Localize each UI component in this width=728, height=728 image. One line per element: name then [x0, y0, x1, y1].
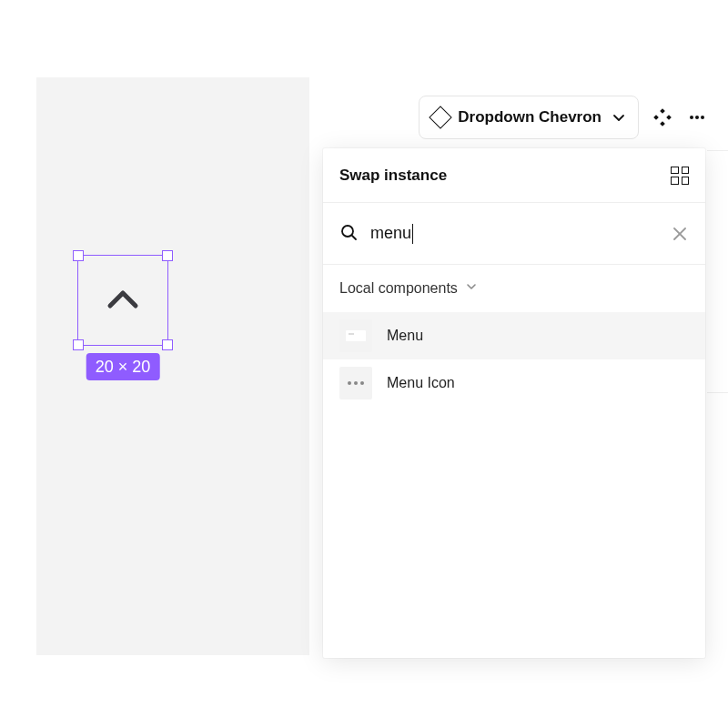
- component-thumbnail: [339, 319, 372, 352]
- svg-rect-3: [660, 121, 665, 126]
- component-result-menu[interactable]: Menu: [323, 312, 705, 359]
- instance-name-label: Dropdown Chevron: [458, 108, 602, 126]
- swap-instance-header: Swap instance: [323, 148, 705, 203]
- svg-point-5: [695, 116, 699, 119]
- clear-search-button[interactable]: [671, 225, 689, 243]
- close-icon: [671, 225, 689, 243]
- svg-point-6: [701, 116, 704, 119]
- svg-rect-1: [653, 115, 659, 120]
- resize-handle-bottom-left[interactable]: [73, 339, 84, 350]
- grid-view-toggle-icon[interactable]: [671, 167, 689, 185]
- swap-instance-search-row: menu: [323, 203, 705, 265]
- instance-selector-button[interactable]: Dropdown Chevron: [419, 96, 639, 139]
- components-section-label: Local components: [339, 280, 458, 297]
- components-section-toggle[interactable]: Local components: [323, 265, 705, 312]
- svg-line-8: [352, 236, 356, 239]
- search-icon: [339, 223, 358, 245]
- canvas-area[interactable]: 20 × 20: [36, 77, 309, 655]
- svg-point-4: [690, 116, 693, 119]
- resize-handle-top-left[interactable]: [73, 250, 84, 261]
- resize-handle-top-right[interactable]: [162, 250, 173, 261]
- text-caret: [412, 224, 413, 244]
- svg-rect-2: [666, 115, 672, 120]
- swap-instance-title: Swap instance: [339, 167, 447, 185]
- selection-bounding-box[interactable]: [77, 255, 168, 346]
- selection-dimensions-badge: 20 × 20: [86, 353, 160, 380]
- instance-icon: [430, 106, 452, 128]
- chevron-down-icon: [611, 109, 627, 126]
- selected-component[interactable]: 20 × 20: [77, 255, 168, 346]
- component-result-menu-icon[interactable]: Menu Icon: [323, 359, 705, 407]
- side-panel-edge: [707, 150, 728, 655]
- search-input[interactable]: menu: [370, 224, 658, 244]
- component-toolbar: Dropdown Chevron: [419, 96, 708, 139]
- swap-instance-panel: Swap instance menu Local components Menu…: [323, 148, 705, 658]
- svg-rect-0: [660, 108, 665, 114]
- component-result-label: Menu Icon: [387, 375, 455, 391]
- dots-icon: [348, 381, 364, 385]
- chevron-up-icon: [103, 280, 143, 320]
- resize-handle-bottom-right[interactable]: [162, 339, 173, 350]
- more-options-icon[interactable]: [686, 106, 708, 128]
- search-input-value: menu: [370, 224, 411, 243]
- chevron-down-icon: [465, 280, 478, 297]
- component-result-label: Menu: [387, 328, 423, 344]
- component-properties-icon[interactable]: [652, 106, 673, 128]
- svg-point-7: [342, 226, 353, 237]
- component-thumbnail: [339, 367, 372, 399]
